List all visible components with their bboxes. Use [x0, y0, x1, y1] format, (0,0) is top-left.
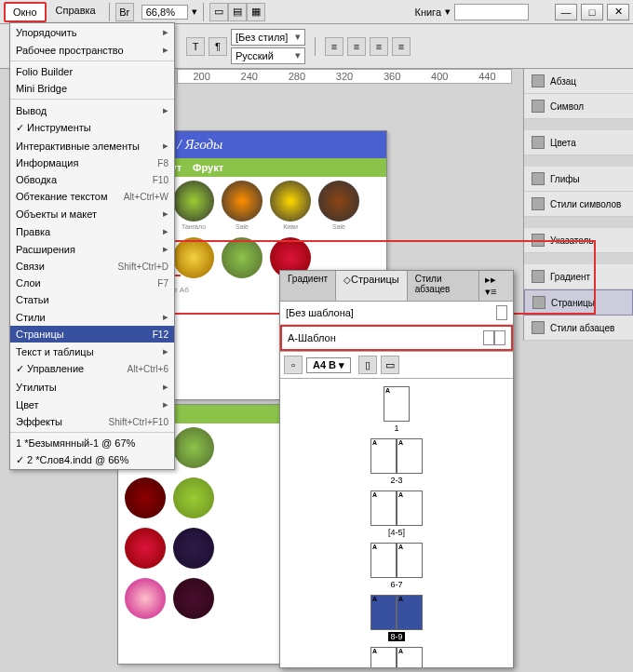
- align-right-icon[interactable]: ≡: [370, 37, 388, 56]
- horizontal-ruler: 200240280320360400440: [177, 69, 512, 84]
- menu-window[interactable]: Окно: [4, 2, 47, 22]
- search-input[interactable]: [454, 4, 529, 20]
- bridge-icon[interactable]: Br: [115, 3, 134, 21]
- menu-item[interactable]: Расширения: [10, 240, 174, 258]
- menu-item[interactable]: ✓ УправлениеAlt+Ctrl+6: [10, 360, 174, 378]
- panel-icon: [532, 100, 545, 113]
- dropdown-icon[interactable]: ▾: [445, 6, 451, 18]
- orientation-portrait-icon[interactable]: ▯: [358, 356, 377, 374]
- maximize-button[interactable]: □: [581, 4, 603, 20]
- page-size-combo[interactable]: A4 В ▾: [306, 357, 351, 373]
- menu-item[interactable]: Интерактивные элементы: [10, 137, 174, 155]
- page-thumb[interactable]: A1: [384, 386, 410, 433]
- page-thumb[interactable]: AA8-9: [370, 595, 423, 641]
- tab-gradient[interactable]: Градиент: [280, 271, 336, 301]
- book-label: Книга: [414, 7, 441, 18]
- panel-icon: [532, 172, 545, 185]
- menu-item[interactable]: ЭффектыShift+Ctrl+F10: [10, 413, 174, 430]
- minimize-button[interactable]: —: [555, 4, 577, 20]
- menu-item[interactable]: Стили: [10, 308, 174, 326]
- panel-icon: [532, 74, 545, 87]
- panel-menu-icon[interactable]: ▸▸ ▾≡: [479, 271, 513, 301]
- menu-item[interactable]: СтраницыF12: [10, 326, 174, 343]
- separator: [203, 3, 204, 21]
- page-thumb[interactable]: AA6-7: [370, 543, 423, 589]
- menu-item[interactable]: Упорядочить: [10, 23, 174, 41]
- menu-item[interactable]: Текст и таблицы: [10, 343, 174, 360]
- panel-icon: [532, 197, 545, 210]
- menu-item[interactable]: Folio Builder: [10, 63, 174, 80]
- align-center-icon[interactable]: ≡: [347, 37, 366, 56]
- master-none[interactable]: [Без шаблона]: [280, 302, 513, 325]
- page-thumb[interactable]: AA10-11: [370, 647, 423, 667]
- side-tab[interactable]: Страницы: [524, 289, 633, 316]
- side-tab[interactable]: Стили абзацев: [524, 316, 633, 341]
- menu-item[interactable]: Статьи: [10, 291, 174, 308]
- menu-item[interactable]: Рабочее пространство: [10, 41, 174, 59]
- side-tab[interactable]: Стили символов: [524, 192, 633, 217]
- panel-icon: [532, 136, 545, 149]
- panel-icon: [532, 321, 545, 334]
- align-left-icon[interactable]: ≡: [325, 37, 343, 56]
- page-thumb[interactable]: AA[4-5]: [370, 491, 423, 537]
- menu-item[interactable]: СвязиShift+Ctrl+D: [10, 258, 174, 275]
- zoom-input[interactable]: 66,8%: [141, 5, 188, 20]
- page-size-icon[interactable]: ▫: [284, 356, 303, 374]
- align-justify-icon[interactable]: ≡: [392, 37, 411, 56]
- side-tab[interactable]: Градиент: [524, 264, 633, 289]
- side-tab[interactable]: Символ: [524, 94, 633, 119]
- panel-icon: [532, 296, 545, 309]
- char-icon[interactable]: T: [186, 37, 205, 56]
- menu-item[interactable]: Правка: [10, 222, 174, 240]
- side-tab[interactable]: Указатель: [524, 228, 633, 253]
- menu-item[interactable]: Утилиты: [10, 378, 174, 396]
- view-icon-2[interactable]: ▤: [228, 3, 247, 21]
- menu-item[interactable]: Объекты и макет: [10, 205, 174, 222]
- view-icon-1[interactable]: ▭: [209, 3, 228, 21]
- menu-item[interactable]: СлоиF7: [10, 275, 174, 291]
- pages-panel: Градиент ◇Страницы Стили абзацев ▸▸ ▾≡ […: [279, 270, 514, 668]
- menu-item[interactable]: ✓ 2 *Слов4.indd @ 66%: [10, 451, 174, 469]
- view-icon-3[interactable]: ▦: [247, 3, 265, 21]
- tab-pages[interactable]: ◇Страницы: [336, 271, 408, 301]
- side-tab[interactable]: Глифы: [524, 167, 633, 192]
- menu-item[interactable]: Цвет: [10, 396, 174, 413]
- master-a[interactable]: A-Шаблон: [280, 325, 513, 351]
- menu-item[interactable]: 1 *Безымянный-1 @ 67%: [10, 435, 174, 451]
- page-thumb[interactable]: AA2-3: [370, 438, 423, 485]
- menu-item[interactable]: Mini Bridge: [10, 80, 174, 97]
- menu-item[interactable]: ИнформацияF8: [10, 155, 174, 171]
- panel-icon: [532, 234, 545, 247]
- side-panel-dock: АбзацСимволЦветаГлифыСтили символовУказа…: [523, 69, 633, 341]
- window-menu-dropdown: УпорядочитьРабочее пространствоFolio Bui…: [9, 22, 175, 470]
- separator: [315, 37, 316, 56]
- dropdown-icon[interactable]: ▾: [192, 6, 197, 18]
- separator: [109, 3, 110, 21]
- char-style-combo[interactable]: [Без стиля]: [231, 29, 305, 46]
- menu-item[interactable]: ✓ Инструменты: [10, 119, 174, 137]
- orientation-landscape-icon[interactable]: ▭: [381, 356, 399, 374]
- menu-item[interactable]: Обтекание текстомAlt+Ctrl+W: [10, 188, 174, 205]
- panel-icon: [532, 270, 545, 283]
- tab-para-styles[interactable]: Стили абзацев: [408, 271, 479, 301]
- language-combo[interactable]: Русский: [231, 47, 305, 64]
- side-tab[interactable]: Абзац: [524, 69, 633, 94]
- menu-help[interactable]: Справка: [48, 2, 103, 22]
- para-icon[interactable]: ¶: [209, 37, 227, 56]
- side-tab[interactable]: Цвета: [524, 130, 633, 155]
- menu-item[interactable]: ОбводкаF10: [10, 171, 174, 188]
- menu-item[interactable]: Вывод: [10, 101, 174, 119]
- close-button[interactable]: ✕: [607, 4, 629, 20]
